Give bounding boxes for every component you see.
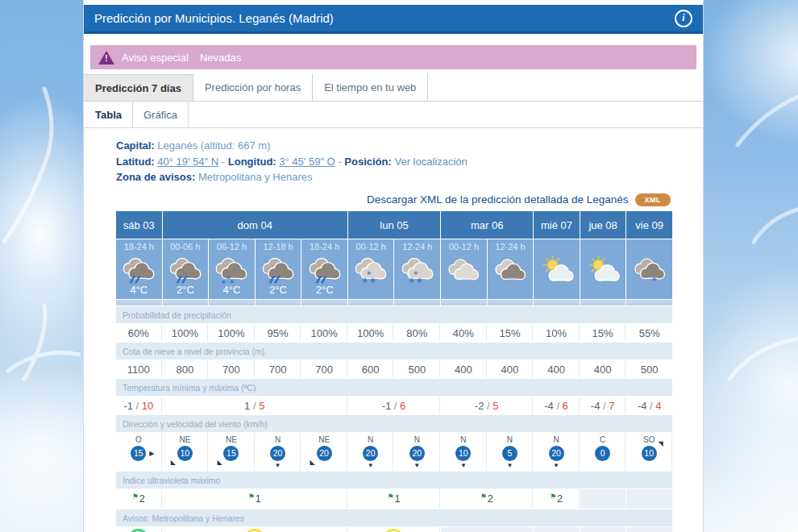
aviso-ok-icon (127, 529, 149, 532)
snow-level-cell: 1100 (116, 360, 162, 378)
forecast-cell (534, 239, 580, 299)
uv-index-label: Índice ultravioleta máximo (116, 472, 672, 488)
tab-prediccion-7-dias[interactable]: Predicción 7 días (84, 74, 193, 101)
table-row: 18-24 h4°C00-06 h2°C06-12 h❄❄❄4°C12-18 h… (116, 239, 672, 299)
wind-speed-badge: 0 (595, 446, 610, 461)
tab-prediccion-por-horas[interactable]: Predicción por horas (193, 74, 313, 101)
temp-range-cell: -4 / 4 (626, 397, 672, 414)
tab-tabla[interactable]: Tabla (84, 102, 133, 127)
uv-cell: ⚑1 (348, 489, 440, 509)
wind-label: Dirección y velocidad del viento (km/h) (116, 415, 672, 432)
wind-arrow-icon: ▼ (368, 463, 374, 469)
wind-arrow-icon: ▶ (149, 451, 154, 457)
wind-speed-badge: 10▼ (455, 446, 471, 461)
weather-icon-cloudy (444, 254, 483, 284)
weather-icon-rain (166, 254, 205, 284)
svg-text:❄: ❄ (362, 276, 368, 284)
wind-arrow-icon: ◣ (217, 459, 222, 466)
aviso-cell: ❄ (163, 527, 347, 532)
spacer-cell (116, 300, 162, 305)
spacer-cell (209, 300, 255, 305)
day-header: vie 09 (626, 211, 672, 239)
aviso-cell (116, 527, 162, 532)
uv-flag-icon: ⚑ (550, 493, 556, 501)
prob-cell: 100% (348, 324, 394, 342)
uv-cell: ⚑2 (116, 489, 162, 509)
special-warning-banner[interactable]: ! Aviso especial Nevadas (90, 45, 696, 69)
temp-range-cell: -2 / 5 (441, 397, 533, 414)
wind-cell: O15▶ (116, 433, 162, 471)
spacer-cell (441, 300, 487, 305)
wind-cell: NE15◣ (209, 433, 255, 471)
snow-level-cell: 600 (348, 360, 394, 378)
uv-cell (580, 489, 626, 509)
aviso-cell (441, 527, 533, 532)
snow-level-cell: 700 (256, 360, 301, 378)
zona-line: Zona de avisos: Metropolitana y Henares (116, 169, 703, 185)
table-row: sáb 03dom 04lun 05mar 06mié 07jue 08vie … (116, 211, 672, 239)
snow-level-cell: 400 (488, 360, 534, 378)
page-title: Predicción por Municipios. Leganés (Madr… (94, 11, 334, 25)
ver-localizacion-link[interactable]: Ver localización (394, 156, 467, 168)
prob-cell: 100% (301, 324, 347, 342)
tab-grafica[interactable]: Gráfica (133, 102, 189, 127)
uv-flag-icon: ⚑ (480, 493, 487, 501)
snow-level-cell: 800 (163, 360, 209, 378)
uv-cell (626, 489, 672, 509)
wind-cell: N20▼ (348, 433, 394, 471)
prob-cell: 95% (256, 324, 301, 342)
forecast-table: sáb 03dom 04lun 05mar 06mié 07jue 08vie … (116, 211, 672, 532)
svg-text:❄: ❄ (370, 276, 376, 284)
spacer-cell (348, 300, 394, 305)
table-row: 60%100%100%95%100%100%80%40%15%10%15%55% (116, 324, 672, 342)
day-header: mar 06 (441, 211, 533, 239)
weather-icon-snow: ❄❄❄ (398, 254, 437, 284)
forecast-cell: 00-12 h (441, 239, 487, 299)
wind-cell: N20▼ (256, 433, 301, 471)
info-icon[interactable]: i (675, 10, 692, 27)
weather-icon-rain (305, 254, 344, 284)
wind-arrow-icon: ▼ (275, 463, 281, 469)
temperature-label: Temperatura mínima y máxima (ºC) (116, 379, 672, 396)
warning-label: Aviso especial (122, 52, 189, 64)
xml-download-row: Descargar XML de la predicción detallada… (116, 193, 671, 206)
weather-icon-snow: ❄❄❄ (351, 254, 390, 284)
wind-speed-badge: 20▼ (409, 446, 425, 461)
wind-arrow-icon: ◥ (659, 441, 663, 447)
aviso-cell (580, 527, 626, 532)
wind-speed-badge: 20▼ (270, 446, 285, 461)
uv-flag-icon: ⚑ (132, 493, 139, 501)
svg-text:❄: ❄ (409, 276, 414, 284)
wind-arrow-icon: ▼ (506, 463, 513, 469)
table-row: -1 / 101 / 5-1 / 6-2 / 5-4 / 6-4 / 7-4 /… (116, 397, 672, 414)
forecast-cell: 00-12 h❄❄❄ (348, 239, 394, 299)
forecast-cell: 12-18 h2°C (256, 239, 301, 299)
weather-icon-cloud-snow-light: ❄ (630, 254, 669, 284)
forecast-cell: 18-24 h2°C (301, 239, 347, 299)
table-row (116, 300, 672, 305)
longitud-link[interactable]: 3° 45' 59" O (279, 156, 335, 168)
snow-level-label: Cota de nieve a nivel de provincia (m) (116, 343, 672, 360)
capital-line: Capital: Leganés (altitud: 667 m) (116, 138, 703, 154)
xml-button[interactable]: XML (635, 193, 671, 206)
prob-cell: 40% (441, 324, 487, 342)
day-header: sáb 03 (116, 211, 162, 239)
spacer-cell (580, 300, 626, 305)
precipitation-probability-label: Probabilidad de precipitación (116, 306, 672, 323)
prob-cell: 100% (163, 324, 209, 342)
location-info: Capital: Leganés (altitud: 667 m) Latitu… (84, 128, 703, 185)
table-row: ⚑2⚑1⚑1⚑2⚑2 (116, 489, 672, 509)
forecast-cell: 06-12 h❄❄❄4°C (209, 239, 255, 299)
weather-icon-cloudy-dark (491, 254, 530, 284)
day-header: dom 04 (163, 211, 347, 239)
avisos-label: Avisos: Metropolitana y Henares (116, 509, 672, 526)
tab-el-tiempo-en-tu-web[interactable]: El tiempo en tu web (313, 74, 428, 101)
wind-arrow-icon: ▼ (460, 463, 467, 469)
latitud-link[interactable]: 40° 19' 54" N (157, 156, 218, 168)
aviso-cell (534, 527, 580, 532)
aviso-cell (626, 527, 672, 532)
day-header: mié 07 (534, 211, 580, 239)
wind-arrow-icon: ▼ (414, 463, 420, 469)
svg-text:❄: ❄ (416, 276, 422, 284)
spacer-cell (163, 300, 209, 305)
